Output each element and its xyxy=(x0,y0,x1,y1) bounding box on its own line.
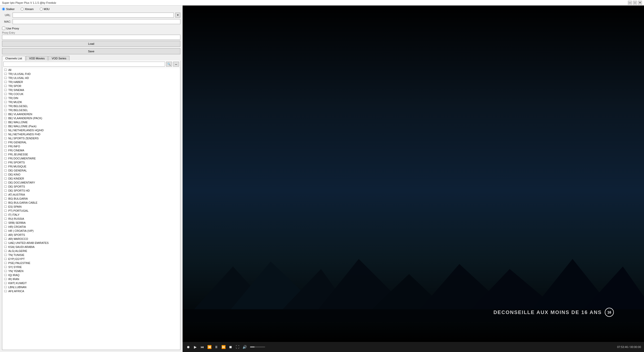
xtream-radio[interactable] xyxy=(21,8,24,11)
svg-rect-42 xyxy=(4,125,7,127)
channel-icon xyxy=(4,105,7,108)
xtream-option[interactable]: Xtream xyxy=(21,8,33,11)
list-item[interactable]: LBN| LUBNAN xyxy=(2,285,180,289)
save-button[interactable]: Save xyxy=(2,48,180,54)
channel-name: TR| HABER xyxy=(8,80,23,83)
play-button[interactable]: ▶ xyxy=(193,344,198,349)
svg-rect-90 xyxy=(4,190,7,191)
channel-icon xyxy=(4,153,7,156)
list-item[interactable]: PT| PORTUGAL xyxy=(2,209,180,213)
list-item[interactable]: HR| CROATIA xyxy=(2,225,180,229)
use-proxy-checkbox[interactable] xyxy=(2,27,5,30)
url-input[interactable] xyxy=(13,13,174,18)
list-item[interactable]: KSA| SAUDI ARABIA xyxy=(2,245,180,249)
stalker-radio[interactable] xyxy=(2,8,5,11)
m3u-option[interactable]: M3U xyxy=(40,8,50,11)
list-item[interactable]: DE| KINO xyxy=(2,172,180,177)
list-item[interactable]: TR| MUZIK xyxy=(2,100,180,104)
list-item[interactable]: FR| JEUNESSE xyxy=(2,152,180,156)
tab-vod-series[interactable]: VOD Series xyxy=(48,56,69,61)
list-item[interactable]: ALG| ALGERIE xyxy=(2,249,180,253)
list-item[interactable]: ES| SPAIN xyxy=(2,205,180,209)
list-item[interactable]: FR| MUSIQUE xyxy=(2,164,180,168)
list-item[interactable]: BE| WALLONIE (Pack) xyxy=(2,124,180,128)
record-button[interactable]: ⏺ xyxy=(186,344,191,349)
m3u-radio[interactable] xyxy=(40,8,43,11)
list-item[interactable]: DE| SPORTS HD xyxy=(2,189,180,193)
list-item[interactable]: DE| SPORTS xyxy=(2,185,180,189)
pause-button[interactable]: ⏸ xyxy=(214,344,219,349)
list-item[interactable]: YN| YEMEN xyxy=(2,269,180,273)
load-button[interactable]: Load xyxy=(2,41,180,47)
channel-name: FR| GENERAL xyxy=(8,141,27,144)
list-item[interactable]: IT| ITALY xyxy=(2,213,180,217)
minimize-button[interactable]: — xyxy=(628,1,632,5)
list-item[interactable]: DE| DOCUMENTARY xyxy=(2,181,180,185)
list-item[interactable]: DE| KINDER xyxy=(2,177,180,181)
volume-button[interactable]: 🔊 xyxy=(242,344,247,349)
list-item[interactable]: TR| SINEMA xyxy=(2,88,180,92)
list-item[interactable]: FR| DOCUMENTAIRE xyxy=(2,156,180,160)
list-item[interactable]: NL| SPORTS ZENDERS xyxy=(2,136,180,140)
fullscreen-button[interactable]: ⛶ xyxy=(235,344,240,349)
list-item[interactable]: DE| GENERAL xyxy=(2,168,180,172)
list-item[interactable]: BE| WALLONIE xyxy=(2,120,180,124)
list-item[interactable]: TN| TUNISIE xyxy=(2,253,180,257)
list-item[interactable]: FR| GENERAL xyxy=(2,140,180,144)
list-item[interactable]: FR| CINEMA xyxy=(2,148,180,152)
list-item[interactable]: IR| IRAN xyxy=(2,277,180,281)
list-item[interactable]: PSE| PALESTINE xyxy=(2,261,180,265)
list-item[interactable]: SRB| SERBIA xyxy=(2,221,180,225)
channel-name: TN| TUNISIE xyxy=(8,253,24,256)
list-item[interactable]: SY| SYRIE xyxy=(2,265,180,269)
list-item[interactable]: KWT| KUWEIT xyxy=(2,281,180,285)
list-item[interactable]: FR| SPORTS xyxy=(2,160,180,164)
volume-bar[interactable] xyxy=(250,346,265,347)
list-item[interactable]: AFI| AFRICA xyxy=(2,289,180,293)
tab-vod-movies[interactable]: VOD Movies xyxy=(26,56,48,61)
list-item[interactable]: EYP| EGYPT xyxy=(2,257,180,261)
stop-button[interactable]: ⏹ xyxy=(228,344,233,349)
proxy-entry-input[interactable] xyxy=(2,35,180,40)
list-item[interactable]: TR| BELGESEL xyxy=(2,104,180,108)
mac-input[interactable] xyxy=(13,19,180,24)
list-item[interactable]: AR| MAROCCO xyxy=(2,237,180,241)
svg-rect-153 xyxy=(4,274,7,276)
fast-rewind-button[interactable]: ⏪ xyxy=(207,344,212,349)
list-item[interactable]: NL| NETHERLANDS FHD xyxy=(2,132,180,136)
list-item[interactable]: TR| BELGESEL xyxy=(2,108,180,112)
list-item[interactable]: TR| ULUSAL FHD xyxy=(2,72,180,76)
channel-list-wrapper[interactable]: All TR| ULUSAL FHD TR| ULUSAL HD TR| HAB… xyxy=(2,68,180,350)
list-item[interactable]: TR| SPOR xyxy=(2,84,180,88)
list-item[interactable]: TR| DIN xyxy=(2,96,180,100)
url-dropdown[interactable]: ▼ xyxy=(175,13,180,18)
tab-channels[interactable]: Channels List xyxy=(2,56,25,61)
minus-button[interactable]: – xyxy=(173,62,179,67)
channel-icon xyxy=(4,213,7,216)
list-item[interactable]: TR| COCUK xyxy=(2,92,180,96)
list-item[interactable]: NL| NETHERLANDS HQ/HD xyxy=(2,128,180,132)
stalker-option[interactable]: Stalker xyxy=(2,8,15,11)
list-item[interactable]: BE| VLAANDEREN (PACK) xyxy=(2,116,180,120)
list-item[interactable]: AT| AUSTRIA xyxy=(2,193,180,197)
list-item[interactable]: HR | CROATIA (VIP) xyxy=(2,229,180,233)
list-item[interactable]: All xyxy=(2,68,180,72)
list-item[interactable]: IQ| IRAQ xyxy=(2,273,180,277)
list-item[interactable]: AR| SPORTS xyxy=(2,233,180,237)
search-input[interactable] xyxy=(3,62,165,67)
fast-forward-button[interactable]: ⏩ xyxy=(221,344,226,349)
list-item[interactable]: FR| INFO xyxy=(2,144,180,148)
list-item[interactable]: RU| RUSSIA xyxy=(2,217,180,221)
list-item[interactable]: TR| ULUSAL HD xyxy=(2,76,180,80)
list-item[interactable]: TR| HABER xyxy=(2,80,180,84)
list-item[interactable]: UAE| UNITED ARAB EMIRATES xyxy=(2,241,180,245)
search-button[interactable]: 🔍 xyxy=(166,62,172,67)
channel-icon xyxy=(4,217,7,220)
list-item[interactable]: BG| BULGARIA CABLE xyxy=(2,201,180,205)
list-item[interactable]: BE| VLAANDEREN xyxy=(2,112,180,116)
rewind-start-button[interactable]: ⏮ xyxy=(200,344,205,349)
maximize-button[interactable]: □ xyxy=(633,1,637,5)
list-item[interactable]: BG| BULGARIA xyxy=(2,197,180,201)
close-button[interactable]: ✕ xyxy=(638,1,642,5)
svg-rect-105 xyxy=(4,210,7,211)
